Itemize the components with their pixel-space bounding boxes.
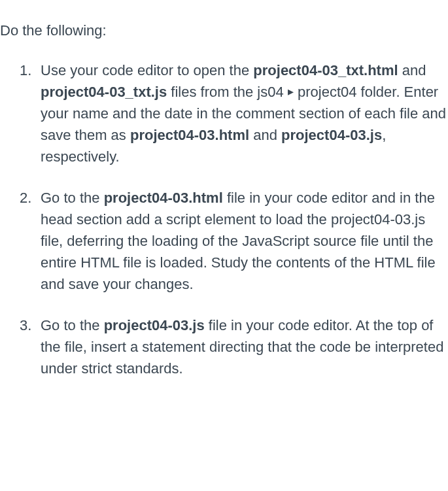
instruction-text: Go to the [41, 317, 104, 333]
arrow-icon: ▸ [288, 83, 294, 101]
list-item: Go to the project04-03.js file in your c… [20, 314, 448, 379]
filename-bold: project04-03.html [104, 190, 223, 206]
instruction-list: Use your code editor to open the project… [0, 59, 448, 379]
instruction-text: and [249, 127, 281, 143]
filename-bold: project04-03.js [104, 317, 205, 333]
filename-bold: project04-03_txt.html [253, 62, 398, 78]
filename-bold: project04-03.js [281, 127, 382, 143]
filename-bold: project04-03_txt.js [41, 84, 167, 100]
instruction-text: Use your code editor to open the [41, 62, 253, 78]
list-item: Use your code editor to open the project… [20, 59, 448, 167]
instruction-text: files from the js04 [167, 84, 288, 100]
intro-text: Do the following: [0, 20, 448, 41]
instruction-text: Go to the [41, 190, 104, 206]
instruction-text: and [398, 62, 426, 78]
filename-bold: project04-03.html [130, 127, 249, 143]
list-item: Go to the project04-03.html file in your… [20, 187, 448, 295]
